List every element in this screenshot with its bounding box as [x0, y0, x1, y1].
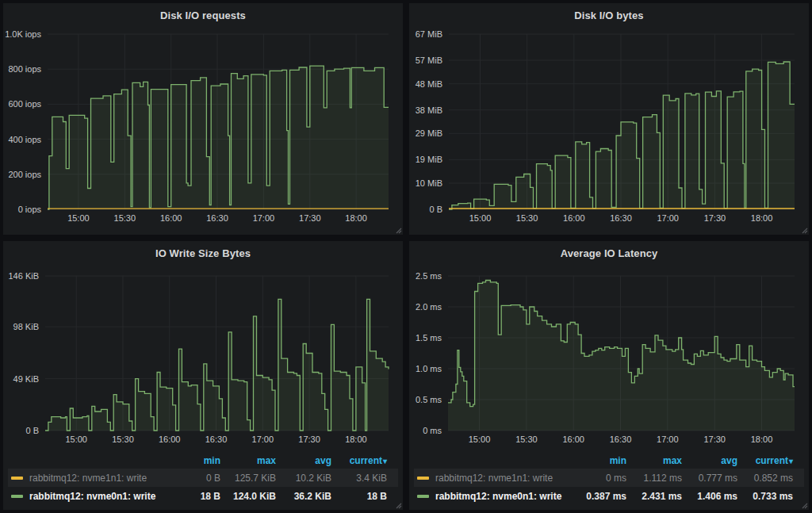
y-tick-label: 10 MiB	[416, 178, 442, 188]
legend-row-nvme0n1: rabbitmq12: nvme0n1: write 18 B 124.0 Ki…	[8, 487, 398, 505]
legend-col-avg[interactable]: avg	[276, 455, 331, 466]
x-tick-label: 18:00	[345, 435, 367, 444]
average-io-latency-chart[interactable]: 0 ms0.5 ms1.0 ms1.5 ms2.0 ms2.5 ms15:001…	[409, 265, 809, 449]
x-tick-label: 16:00	[160, 213, 182, 223]
legend-col-current[interactable]: current▾	[737, 455, 793, 466]
x-tick-label: 17:00	[253, 213, 275, 223]
y-tick-label: 0 B	[429, 205, 442, 214]
legend-col-current-label: current	[756, 455, 788, 466]
stat-max: 1.112 ms	[626, 473, 682, 484]
x-tick-label: 17:30	[704, 213, 726, 223]
stat-min: 0 ms	[571, 473, 626, 484]
x-tick-label: 16:30	[610, 213, 632, 223]
y-tick-label: 200 iops	[8, 170, 41, 179]
x-tick-label: 16:30	[206, 213, 228, 223]
y-tick-label: 38 MiB	[416, 105, 442, 115]
panel-resize-handle[interactable]	[801, 502, 808, 509]
x-tick-label: 16:00	[159, 435, 181, 444]
legend-row-nvme1n1: rabbitmq12: nvme1n1: write 0 B 125.7 KiB…	[8, 469, 398, 487]
panel-resize-handle[interactable]	[395, 227, 402, 234]
disk-io-bytes-chart[interactable]: 0 B10 MiB19 MiB29 MiB38 MiB48 MiB57 MiB6…	[409, 27, 809, 235]
y-tick-label: 29 MiB	[416, 128, 442, 138]
legend: min max avg current▾ rabbitmq12: nvme1n1…	[409, 449, 809, 510]
stat-current: 3.4 KiB	[331, 473, 387, 484]
disk-io-requests-chart[interactable]: 0 iops200 iops400 iops600 iops800 iops1.…	[3, 27, 403, 235]
y-tick-label: 400 iops	[8, 135, 41, 144]
y-tick-label: 98 KiB	[13, 322, 39, 331]
x-tick-label: 17:30	[299, 213, 321, 223]
y-tick-label: 57 MiB	[416, 56, 442, 65]
series-name[interactable]: rabbitmq12: nvme0n1: write	[435, 491, 561, 502]
legend-col-current[interactable]: current▾	[331, 455, 387, 466]
series-name[interactable]: rabbitmq12: nvme1n1: write	[435, 473, 553, 484]
stat-avg: 36.2 KiB	[276, 491, 331, 502]
panel-disk-io-requests: Disk I/O requests 0 iops200 iops400 iops…	[3, 3, 403, 235]
stat-max: 124.0 KiB	[220, 491, 276, 502]
x-tick-label: 17:00	[657, 213, 679, 223]
x-axis-tick-labels: 15:0015:3016:0016:3017:0017:3018:00	[65, 435, 366, 444]
y-tick-label: 0 iops	[18, 205, 42, 214]
y-tick-label: 0.5 ms	[416, 395, 442, 404]
y-tick-label: 48 MiB	[416, 79, 442, 89]
panel-title[interactable]: Average IO Latency	[409, 241, 809, 265]
x-tick-label: 15:30	[516, 213, 538, 223]
series-color-icon[interactable]	[417, 495, 429, 498]
legend-col-max[interactable]: max	[626, 455, 682, 466]
series-nvme0n1	[48, 66, 389, 209]
series-nvme0n1	[448, 281, 795, 431]
legend-col-avg[interactable]: avg	[682, 455, 737, 466]
legend-col-min[interactable]: min	[571, 455, 626, 466]
series-color-icon[interactable]	[417, 477, 429, 480]
y-axis-tick-labels: 0 B49 KiB98 KiB146 KiB	[8, 271, 39, 435]
x-tick-label: 15:30	[112, 435, 134, 444]
x-tick-label: 17:00	[657, 435, 679, 444]
stat-min: 0 B	[165, 473, 220, 484]
x-tick-label: 18:00	[751, 213, 773, 223]
y-tick-label: 19 MiB	[416, 155, 442, 164]
x-tick-label: 16:00	[562, 435, 584, 444]
x-tick-label: 17:00	[252, 435, 274, 444]
series-fill	[48, 66, 389, 209]
panel-disk-io-bytes: Disk I/O bytes 0 B10 MiB19 MiB29 MiB38 M…	[409, 3, 809, 235]
panel-average-io-latency: Average IO Latency 0 ms0.5 ms1.0 ms1.5 m…	[409, 241, 809, 510]
y-tick-label: 146 KiB	[8, 271, 39, 281]
panel-io-write-size-bytes: IO Write Size Bytes 0 B49 KiB98 KiB146 K…	[3, 241, 403, 510]
y-tick-label: 1.5 ms	[416, 333, 442, 343]
x-tick-label: 16:30	[610, 435, 632, 444]
panel-title[interactable]: IO Write Size Bytes	[3, 241, 403, 265]
x-tick-label: 15:00	[65, 435, 87, 444]
panel-title[interactable]: Disk I/O requests	[3, 3, 403, 27]
stat-max: 125.7 KiB	[220, 473, 276, 484]
legend-col-min[interactable]: min	[165, 455, 220, 466]
stat-avg: 0.777 ms	[682, 473, 737, 484]
panel-resize-handle[interactable]	[801, 227, 808, 234]
series-fill	[448, 281, 795, 431]
io-write-size-bytes-chart[interactable]: 0 B49 KiB98 KiB146 KiB15:0015:3016:0016:…	[3, 265, 403, 449]
x-tick-label: 17:30	[298, 435, 320, 444]
series-name[interactable]: rabbitmq12: nvme0n1: write	[29, 491, 155, 502]
sort-desc-icon: ▾	[789, 457, 793, 465]
x-axis-tick-labels: 15:0015:3016:0016:3017:0017:3018:00	[469, 213, 773, 223]
y-axis-tick-labels: 0 B10 MiB19 MiB29 MiB38 MiB48 MiB57 MiB6…	[416, 29, 442, 214]
legend-header: min max avg current▾	[417, 452, 793, 469]
x-tick-label: 15:30	[114, 213, 136, 223]
stat-min: 18 B	[165, 491, 220, 502]
legend-col-current-label: current	[350, 455, 382, 466]
x-tick-label: 18:00	[345, 213, 367, 223]
series-nvme0n1	[45, 299, 389, 431]
panel-resize-handle[interactable]	[395, 502, 402, 509]
y-tick-label: 1.0K iops	[5, 29, 41, 39]
stat-current: 18 B	[331, 491, 387, 502]
panel-title[interactable]: Disk I/O bytes	[409, 3, 809, 27]
y-tick-label: 2.0 ms	[416, 302, 442, 312]
y-tick-label: 49 KiB	[13, 374, 39, 384]
series-color-icon[interactable]	[11, 495, 23, 498]
dashboard: Disk I/O requests 0 iops200 iops400 iops…	[0, 0, 812, 513]
series-name[interactable]: rabbitmq12: nvme1n1: write	[29, 473, 147, 484]
stat-avg: 1.406 ms	[682, 491, 737, 502]
y-axis-tick-labels: 0 iops200 iops400 iops600 iops800 iops1.…	[5, 29, 41, 214]
series-fill	[45, 299, 389, 431]
series-color-icon[interactable]	[11, 477, 23, 480]
x-tick-label: 16:00	[563, 213, 585, 223]
legend-col-max[interactable]: max	[220, 455, 276, 466]
